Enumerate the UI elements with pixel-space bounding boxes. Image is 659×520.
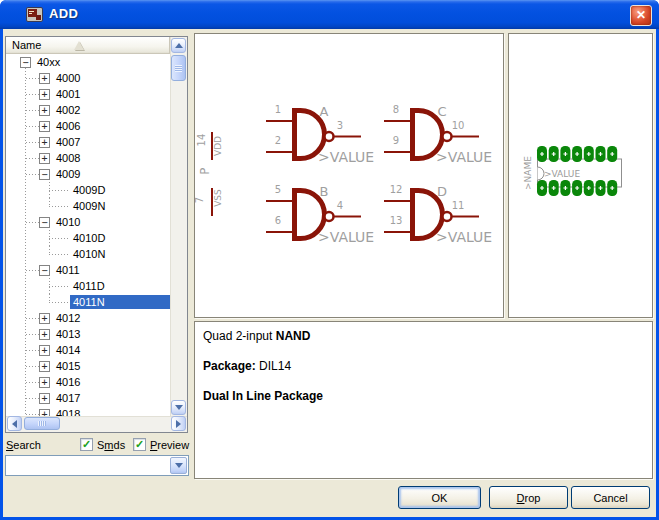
description-panel: Quad 2-input NAND Package: DIL14 Dual In… (194, 321, 653, 479)
scroll-left-button[interactable] (7, 416, 22, 431)
preview-checkbox-box[interactable]: ✓ (133, 438, 146, 451)
ok-button[interactable]: OK (398, 486, 481, 509)
tree-item-label[interactable]: 4007 (53, 135, 83, 149)
collapse-icon[interactable]: − (39, 217, 50, 228)
tree-item-4016[interactable]: +4016 (6, 374, 170, 390)
tree-item-4018[interactable]: +4018 (6, 406, 170, 416)
smds-checkbox-label: Smds (97, 439, 125, 451)
library-tree-panel: Name −40xx+4000+4001+4002+4006+4007+4008… (5, 36, 188, 433)
tree-item-label[interactable]: 4012 (53, 311, 83, 325)
expand-icon[interactable]: + (39, 329, 50, 340)
tree-item-4009D[interactable]: 4009D (6, 182, 170, 198)
tree-item-4006[interactable]: +4006 (6, 118, 170, 134)
tree-item-4001[interactable]: +4001 (6, 86, 170, 102)
svg-text:>NAME: >NAME (523, 156, 533, 190)
tree-item-label[interactable]: 4010N (70, 247, 108, 261)
tree-item-label[interactable]: 4014 (53, 343, 83, 357)
tree-item-label[interactable]: 4013 (53, 327, 83, 341)
collapse-icon[interactable]: − (39, 169, 50, 180)
expand-icon[interactable]: + (39, 137, 50, 148)
tree-vertical-scrollbar[interactable] (170, 37, 187, 416)
drop-button[interactable]: Drop (489, 486, 568, 509)
expand-icon[interactable]: + (39, 345, 50, 356)
expand-icon[interactable]: + (39, 89, 50, 100)
vertical-scrollbar-thumb[interactable] (171, 55, 186, 81)
tree-item-4009[interactable]: −4009 (6, 166, 170, 182)
tree-item-label[interactable]: 40xx (34, 55, 63, 69)
tree-item-4015[interactable]: +4015 (6, 358, 170, 374)
expand-icon[interactable]: + (39, 73, 50, 84)
expand-icon[interactable]: + (39, 361, 50, 372)
tree-item-label[interactable]: 4011D (70, 279, 108, 293)
expand-icon[interactable]: + (39, 313, 50, 324)
tree-item-label[interactable]: 4016 (53, 375, 83, 389)
svg-text:VDD: VDD (213, 136, 223, 156)
tree-item-4002[interactable]: +4002 (6, 102, 170, 118)
tree-item-4011D[interactable]: 4011D (6, 278, 170, 294)
search-dropdown-button[interactable] (170, 457, 187, 474)
smds-checkbox[interactable]: ✓ Smds (80, 438, 125, 451)
tree-item-40xx[interactable]: −40xx (6, 54, 170, 70)
cancel-button[interactable]: Cancel (571, 486, 650, 509)
description-line-package-type: Dual In Line Package (203, 390, 652, 403)
tree-item-4009N[interactable]: 4009N (6, 198, 170, 214)
tree-item-label[interactable]: 4010D (70, 231, 108, 245)
search-input[interactable] (5, 455, 189, 476)
svg-text:6: 6 (275, 215, 281, 226)
titlebar[interactable]: ADD ✕ (0, 0, 659, 29)
preview-checkbox[interactable]: ✓ Preview (133, 438, 189, 451)
tree-item-label[interactable]: 4009N (70, 199, 108, 213)
tree-item-label[interactable]: 4011 (53, 263, 83, 277)
tree-item-4010[interactable]: −4010 (6, 214, 170, 230)
horizontal-scrollbar-thumb[interactable] (24, 417, 60, 430)
tree-item-label[interactable]: 4006 (53, 119, 83, 133)
close-button[interactable]: ✕ (630, 5, 652, 26)
nand-gate-A: 123A>VALUE (266, 104, 374, 165)
tree-item-label[interactable]: 4000 (53, 71, 83, 85)
tree-column-header[interactable]: Name (6, 37, 170, 54)
tree-item-4014[interactable]: +4014 (6, 342, 170, 358)
scroll-up-button[interactable] (171, 38, 186, 53)
expand-icon[interactable]: + (39, 121, 50, 132)
tree-item-4007[interactable]: +4007 (6, 134, 170, 150)
tree-item-label[interactable]: 4018 (53, 407, 83, 416)
tree-item-label[interactable]: 4002 (53, 103, 83, 117)
collapse-icon[interactable]: − (20, 57, 31, 68)
svg-text:10: 10 (452, 120, 465, 131)
tree-item-4011[interactable]: −4011 (6, 262, 170, 278)
expand-icon[interactable]: + (39, 409, 50, 417)
tree-item-4008[interactable]: +4008 (6, 150, 170, 166)
expand-icon[interactable]: + (39, 105, 50, 116)
expand-icon[interactable]: + (39, 153, 50, 164)
svg-text:>VALUE: >VALUE (436, 229, 492, 245)
svg-text:B: B (320, 184, 329, 199)
svg-text:4: 4 (337, 200, 343, 211)
tree-item-4010D[interactable]: 4010D (6, 230, 170, 246)
tree-item-label[interactable]: 4010 (53, 215, 83, 229)
expand-icon[interactable]: + (39, 393, 50, 404)
tree-item-4000[interactable]: +4000 (6, 70, 170, 86)
expand-icon[interactable]: + (39, 377, 50, 388)
tree-item-4010N[interactable]: 4010N (6, 246, 170, 262)
svg-text:>VALUE: >VALUE (318, 229, 374, 245)
smds-checkbox-box[interactable]: ✓ (80, 438, 93, 451)
dil14-footprint-drawing: >NAME>VALUE (509, 34, 652, 317)
tree-item-4012[interactable]: +4012 (6, 310, 170, 326)
tree-item-label[interactable]: 4001 (53, 87, 83, 101)
tree-item-label[interactable]: 4008 (53, 151, 83, 165)
symbol-preview-panel: 14VDDP7VSS123A>VALUE8910C>VALUE564B>VALU… (194, 33, 504, 318)
tree-item-4011N[interactable]: 4011N (6, 294, 170, 310)
pad-bottom-2 (549, 180, 559, 196)
tree-item-label[interactable]: 4011N (70, 295, 170, 309)
pad-top-6 (596, 146, 606, 162)
scroll-right-button[interactable] (171, 416, 186, 431)
tree-item-4013[interactable]: +4013 (6, 326, 170, 342)
tree-item-label[interactable]: 4015 (53, 359, 83, 373)
tree-horizontal-scrollbar[interactable] (6, 416, 187, 432)
tree-item-4017[interactable]: +4017 (6, 390, 170, 406)
tree-item-label[interactable]: 4017 (53, 391, 83, 405)
scroll-down-button[interactable] (171, 400, 186, 415)
collapse-icon[interactable]: − (39, 265, 50, 276)
tree-item-label[interactable]: 4009 (53, 167, 83, 181)
tree-item-label[interactable]: 4009D (70, 183, 108, 197)
